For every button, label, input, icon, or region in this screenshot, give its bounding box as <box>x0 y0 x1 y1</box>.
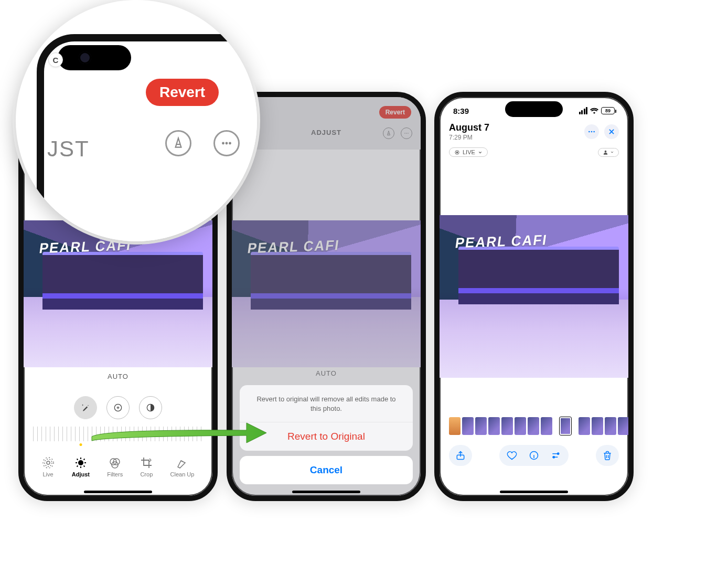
svg-point-12 <box>456 152 458 153</box>
cancel-button-partial[interactable]: C <box>48 52 63 67</box>
exposure-button[interactable] <box>106 396 130 419</box>
thumbnail[interactable] <box>488 417 500 435</box>
tab-filters[interactable]: Filters <box>107 449 123 485</box>
dynamic-island <box>58 45 131 70</box>
share-button[interactable] <box>449 445 472 466</box>
adjust-tools <box>24 396 212 419</box>
thumbnail[interactable] <box>631 417 634 435</box>
svg-point-16 <box>591 131 593 133</box>
thumbnail[interactable] <box>515 417 526 435</box>
close-button[interactable] <box>604 124 619 139</box>
delete-button[interactable] <box>596 445 619 466</box>
svg-point-23 <box>226 142 228 145</box>
thumbnail[interactable] <box>592 417 603 435</box>
home-indicator[interactable] <box>500 491 568 493</box>
info-button[interactable] <box>529 450 539 461</box>
photo-preview <box>24 220 212 367</box>
cancel-button[interactable]: Cancel <box>240 456 413 484</box>
svg-point-2 <box>47 461 50 464</box>
photo-preview[interactable] <box>440 215 628 378</box>
editor-mode-label-partial: JST <box>47 136 90 162</box>
thumbnail[interactable] <box>528 417 539 435</box>
adjust-auto-label: AUTO <box>24 373 212 380</box>
tab-live[interactable]: Live <box>42 449 55 485</box>
thumbnail-strip[interactable] <box>449 417 619 435</box>
tab-label: Clean Up <box>170 471 195 477</box>
tab-crop[interactable]: Crop <box>140 449 153 485</box>
home-indicator[interactable] <box>292 491 360 493</box>
brilliance-button[interactable] <box>139 396 162 419</box>
favorite-button[interactable] <box>507 450 517 461</box>
thumbnail[interactable] <box>541 417 552 435</box>
live-badge[interactable]: LIVE <box>449 147 488 157</box>
tab-label: Crop <box>140 471 153 477</box>
svg-point-15 <box>588 131 590 133</box>
markup-button[interactable] <box>165 130 191 156</box>
thumbnail[interactable] <box>462 417 474 435</box>
thumbnail-selected[interactable] <box>560 417 571 435</box>
people-badge[interactable] <box>598 148 619 157</box>
svg-point-14 <box>605 150 607 152</box>
svg-point-22 <box>222 142 224 145</box>
zoom-callout: C Revert JST <box>16 0 257 241</box>
viewer-toolbar <box>449 444 619 467</box>
tab-label: Adjust <box>72 471 90 477</box>
thumbnail[interactable] <box>475 417 487 435</box>
auto-enhance-button[interactable] <box>74 396 97 419</box>
svg-point-21 <box>553 456 554 458</box>
tab-label: Filters <box>107 471 123 477</box>
camera-lens-icon <box>79 51 91 64</box>
thumbnail[interactable] <box>449 417 461 435</box>
home-indicator[interactable] <box>84 491 152 493</box>
annotation-arrow <box>89 420 267 446</box>
editor-tabbar: Live Adjust Filters Crop Clean Up <box>24 449 212 485</box>
svg-point-24 <box>229 142 231 145</box>
edit-button[interactable] <box>551 450 561 461</box>
svg-point-3 <box>45 459 52 466</box>
svg-point-17 <box>593 131 595 133</box>
svg-point-5 <box>78 460 83 465</box>
phone-photo-viewer: 8:39 89 August 7 7:29 PM LIVE <box>434 92 634 501</box>
thumbnail[interactable] <box>501 417 513 435</box>
battery-indicator: 89 <box>601 107 615 114</box>
tab-adjust[interactable]: Adjust <box>72 449 90 485</box>
svg-point-20 <box>558 453 559 454</box>
wifi-icon <box>590 108 598 114</box>
status-time: 8:39 <box>453 107 469 115</box>
more-button[interactable] <box>213 130 240 156</box>
thumbnail[interactable] <box>618 417 629 435</box>
revert-button[interactable]: Revert <box>146 79 219 106</box>
tab-label: Live <box>43 471 53 477</box>
sheet-message: Revert to original will remove all edits… <box>240 385 413 422</box>
status-bar: 8:39 89 <box>440 103 628 118</box>
tab-cleanup[interactable]: Clean Up <box>170 449 195 485</box>
cellular-icon <box>579 107 588 114</box>
thumbnail[interactable] <box>605 417 616 435</box>
thumbnail[interactable] <box>579 417 590 435</box>
more-menu-button[interactable] <box>584 124 599 139</box>
